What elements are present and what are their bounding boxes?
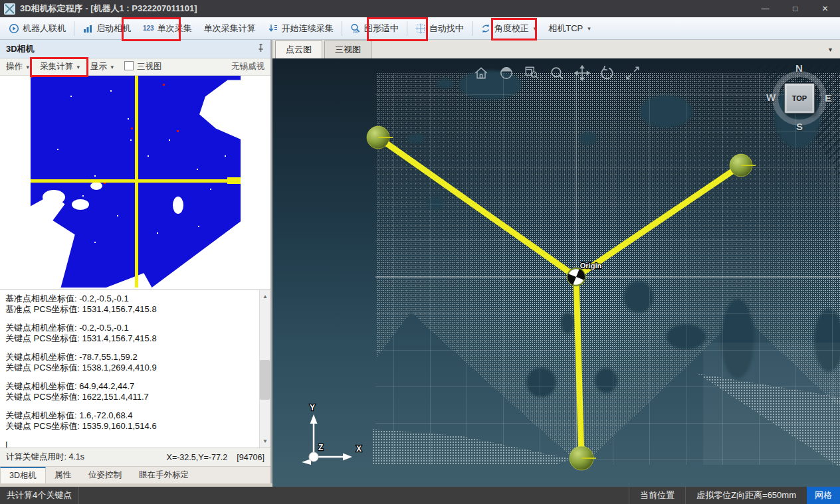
collect-calc-menu[interactable]: 采集计算 ▾ — [40, 61, 80, 72]
auto-center-button[interactable]: 自动找中 — [409, 19, 470, 38]
log-line: 基准点 PCS坐标值: 1531.4,156.7,415.8 — [5, 304, 256, 315]
toolbar-separator — [342, 21, 342, 36]
log-line — [5, 314, 256, 323]
tab-three-view[interactable]: 三视图 — [324, 41, 371, 58]
virtual-zero-label: 虚拟零位Z向距离=650mm — [685, 487, 807, 504]
compass-north-label: N — [795, 62, 803, 74]
tab-properties[interactable]: 属性 — [46, 467, 80, 483]
cursor-coords-label: X=-32.5,Y=-77.2 — [167, 453, 228, 462]
angle-correction-button[interactable]: 角度校正 ▾ — [474, 19, 543, 38]
pointcloud-viewport[interactable]: Origin Y X Z — [272, 58, 840, 487]
pin-icon[interactable] — [257, 44, 264, 54]
fullscreen-icon[interactable] — [625, 65, 641, 81]
main-toolbar: 机器人联机 启动相机 123 单次采集 单次采集计算 开始连续采集 100 图形… — [0, 17, 840, 40]
log-line — [5, 373, 256, 381]
text-cursor: | — [5, 440, 256, 448]
log-line: 关键点相机坐标值: 64.9,44.2,44.7 — [5, 381, 256, 392]
home-icon[interactable] — [473, 65, 489, 81]
log-line — [5, 431, 256, 440]
tab-pose-control[interactable]: 位姿控制 — [80, 467, 130, 483]
rotate-arrows-icon — [480, 23, 491, 34]
image-white-region — [106, 207, 241, 288]
magnifier-100-icon: 100 — [350, 23, 361, 34]
app-logo-icon — [4, 3, 15, 15]
image-white-region — [173, 197, 183, 214]
axis-triad: Y X Z — [302, 403, 362, 465]
axis-x-label: X — [356, 444, 362, 454]
toolbar-separator — [407, 21, 407, 36]
camera-tcp-button[interactable]: 相机TCP ▾ — [542, 19, 597, 38]
fit-graphic-button[interactable]: 100 图形适中 — [344, 19, 405, 38]
bar-chart-icon — [82, 23, 93, 34]
dropdown-caret-icon: ▾ — [111, 64, 114, 70]
view-panel: 点云图 三视图 ▾ — [272, 40, 840, 487]
dropdown-caret-icon: ▾ — [534, 25, 537, 32]
three-view-checkbox-row[interactable]: 三视图 — [124, 61, 162, 72]
compass[interactable]: N S W E TOP — [765, 64, 834, 133]
pan-icon[interactable] — [574, 65, 590, 81]
start-continuous-capture-button[interactable]: 开始连续采集 — [262, 19, 340, 38]
crosshair-end-mark — [227, 177, 241, 184]
toolbar-separator — [74, 21, 74, 36]
log-line — [5, 343, 256, 352]
top-view-button[interactable]: TOP — [784, 83, 815, 114]
zoom-window-icon[interactable] — [524, 65, 540, 81]
calc-time-label: 计算关键点用时: 4.1s — [6, 452, 84, 463]
one-two-three-icon: 123 — [143, 25, 154, 32]
display-menu[interactable]: 显示 ▾ — [90, 61, 114, 72]
rotate-icon[interactable] — [599, 65, 615, 81]
toolbar-label: 自动找中 — [429, 23, 464, 35]
tab-pointcloud-view[interactable]: 点云图 — [275, 41, 322, 58]
three-view-checkbox[interactable] — [124, 61, 134, 70]
scroll-up-icon[interactable]: ▲ — [262, 292, 268, 302]
current-position-label: 当前位置 — [629, 487, 685, 504]
window-title: 3D相机标定程序 - [机器人1 : P322207011101] — [20, 3, 197, 15]
toolbar-label: 角度校正 — [494, 23, 529, 35]
log-line: 关键点 PCS坐标值: 1535.9,160.1,514.6 — [5, 421, 256, 432]
toolbar-label: 单次采集计算 — [204, 23, 256, 35]
compass-south-label: S — [796, 121, 803, 132]
depth-image[interactable] — [31, 76, 241, 288]
robot-online-button[interactable]: 机器人联机 — [3, 19, 72, 38]
close-button[interactable]: ✕ — [810, 0, 840, 17]
toolbar-label: 单次采集 — [158, 23, 192, 35]
brand-label: 无锡威视 — [231, 61, 264, 72]
toolbar-label: 相机TCP — [548, 23, 583, 35]
single-capture-calc-button[interactable]: 单次采集计算 — [198, 19, 262, 38]
image-white-region — [43, 190, 65, 205]
start-camera-button[interactable]: 启动相机 — [76, 19, 137, 38]
scrollbar-thumb[interactable] — [260, 360, 270, 400]
orbit-icon[interactable] — [498, 65, 514, 81]
minimize-button[interactable]: — — [750, 0, 780, 17]
dropdown-caret-icon: ▾ — [26, 64, 29, 70]
point-count-label: [94706] — [237, 453, 264, 462]
log-line: 关键点相机坐标值: -0.2,-0.5,-0.1 — [5, 323, 256, 333]
log-line: 关键点相机坐标值: -78.7,55.1,59.2 — [5, 352, 256, 363]
panel-title: 3D相机 — [6, 43, 35, 55]
keypoint-summary: 共计算4个关键点 — [0, 487, 79, 504]
log-line: 关键点 PCS坐标值: 1622,151.4,411.7 — [5, 392, 256, 402]
maximize-button[interactable]: □ — [780, 0, 810, 17]
crosshair-grid-icon — [415, 23, 426, 34]
title-bar: 3D相机标定程序 - [机器人1 : P322207011101] — □ ✕ — [0, 0, 840, 17]
compass-east-label: E — [825, 92, 831, 104]
toolbar-label: 启动相机 — [96, 23, 131, 35]
down-arrow-list-icon — [268, 23, 278, 34]
tab-eye-to-hand-calibration[interactable]: 眼在手外标定 — [130, 467, 197, 483]
log-output[interactable]: 基准点相机坐标值: -0.2,-0.5,-0.1 基准点 PCS坐标值: 153… — [0, 290, 270, 448]
tab-3d-camera[interactable]: 3D相机 — [0, 467, 46, 483]
main-area: 3D相机 操作 ▾ 采集计算 ▾ 显示 ▾ 三视图 无锡威视 — [0, 40, 840, 487]
scroll-down-icon[interactable]: ▼ — [262, 436, 268, 447]
view-tabs: 点云图 三视图 ▾ — [272, 40, 840, 58]
view-options-caret-icon[interactable]: ▾ — [821, 46, 840, 53]
dropdown-caret-icon: ▾ — [587, 25, 591, 32]
toolbar-label: 图形适中 — [364, 23, 399, 35]
toolbar-label: 机器人联机 — [23, 23, 66, 35]
grid-toggle-button[interactable]: 网格 — [807, 487, 840, 504]
play-circle-icon — [9, 23, 19, 34]
log-line: 关键点 PCS坐标值: 1531.4,156.7,415.8 — [5, 333, 256, 344]
single-capture-button[interactable]: 123 单次采集 — [137, 19, 198, 38]
operate-menu[interactable]: 操作 ▾ — [6, 61, 29, 72]
zoom-icon[interactable] — [549, 65, 565, 81]
log-line: 关键点相机坐标值: 1.6,-72.0,68.4 — [5, 410, 256, 421]
